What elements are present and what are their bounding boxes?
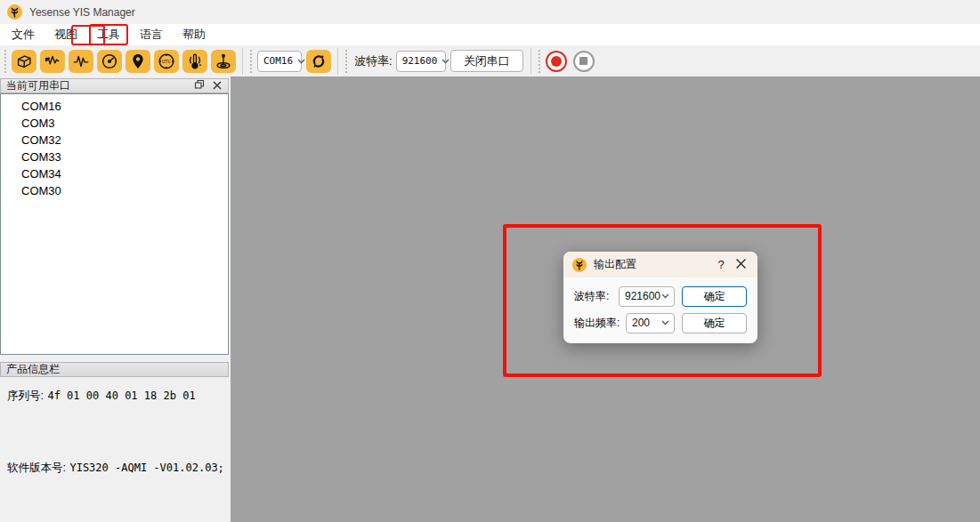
stop-button[interactable] [573,51,595,72]
attitude-button[interactable] [211,50,236,73]
software-version-line: 软件版本号: YIS320 -AQMI -V01.02.03; [7,459,224,476]
chevron-down-icon [661,293,669,299]
info-panel-body: 序列号: 4f 01 00 40 01 18 2b 01 软件版本号: YIS3… [0,378,229,522]
record-icon [551,56,562,67]
output-rate-confirm-button[interactable]: 确定 [682,313,747,333]
menu-file[interactable]: 文件 [4,24,43,45]
cube-3d-button[interactable] [12,50,36,73]
dialog-logo-icon [572,258,587,272]
chevron-down-icon [293,59,305,64]
serial-number-line: 序列号: 4f 01 00 40 01 18 2b 01 [7,387,196,404]
info-panel-header: 产品信息栏 [0,362,229,377]
port-select-value: COM16 [263,55,293,67]
location-pin-icon [129,52,147,70]
software-version-label: 软件版本号: [7,462,66,474]
ports-list: COM16 COM3 COM32 COM33 COM34 COM30 [0,93,229,355]
pulse-chart-button[interactable] [69,50,93,73]
waveform-chart-icon [43,52,62,71]
chevron-down-icon [661,320,669,325]
baud-rate-select[interactable]: 921600 [396,51,446,72]
gauge-icon [100,52,119,71]
port-list-item[interactable]: COM34 [1,165,228,182]
software-version-value: YIS320 -AQMI -V01.02.03; [69,462,223,474]
serial-number-label: 序列号: [7,389,44,402]
dialog-baud-label: 波特率: [574,289,609,304]
close-serial-port-button[interactable]: 关闭串口 [450,50,523,72]
ports-panel-header: 当前可用串口 [0,78,229,93]
close-icon [736,258,746,271]
stop-icon [579,57,587,65]
refresh-ports-button[interactable] [306,50,331,73]
toolbar-separator [337,48,338,75]
window-title: Yesense YIS Manager [29,6,135,19]
dialog-title: 输出配置 [594,257,711,272]
port-list-item[interactable]: COM33 [1,149,228,165]
utc-clock-button[interactable]: UTC [154,50,179,73]
dialog-close-button[interactable] [731,256,750,274]
dialog-title-bar: 输出配置 ? [563,252,757,277]
toolbar-separator [242,48,243,75]
menu-help[interactable]: 帮助 [174,24,214,45]
baud-rate-value: 921600 [402,55,438,67]
dialog-help-button[interactable]: ? [711,256,731,274]
thermometer-icon [185,52,205,71]
toolbar-drag-handle[interactable] [345,50,350,73]
serial-number-value: 4f 01 00 40 01 18 2b 01 [47,389,195,402]
svg-text:UTC: UTC [162,59,171,64]
ports-panel-title: 当前可用串口 [6,78,189,93]
location-button[interactable] [126,50,150,73]
pulse-chart-icon [71,52,91,71]
baud-rate-label: 波特率: [354,53,393,69]
output-config-dialog: 输出配置 ? 波特率: 921600 确定 输出频率: [563,252,757,343]
dialog-baud-value: 921600 [625,290,660,302]
dialog-output-rate-value: 200 [632,317,650,329]
attitude-icon [214,52,233,71]
record-button[interactable] [546,51,567,72]
toolbar-drag-handle[interactable] [539,50,543,73]
port-list-item[interactable]: COM16 [1,98,228,115]
menu-bar: 文件 视图 工具 语言 帮助 [0,24,980,45]
menu-tools[interactable]: 工具 [89,24,128,45]
chevron-down-icon [437,59,450,64]
dialog-output-rate-select[interactable]: 200 [626,313,675,333]
app-logo-icon [7,4,22,20]
port-list-item[interactable]: COM30 [1,182,228,199]
cube-3d-icon [14,52,34,71]
close-icon [213,79,222,92]
float-panel-button[interactable] [192,80,207,92]
toolbar-drag-handle[interactable] [4,50,9,73]
port-list-item[interactable]: COM32 [1,132,228,149]
close-panel-button[interactable] [210,80,224,92]
dialog-baud-select[interactable]: 921600 [619,286,675,307]
port-select[interactable]: COM16 [257,51,302,72]
baud-confirm-button[interactable]: 确定 [682,286,747,307]
utc-clock-icon: UTC [157,52,176,71]
menu-view[interactable]: 视图 [46,24,85,45]
toolbar: UTC COM16 波特率: 921600 [0,45,980,76]
refresh-icon [310,52,328,70]
baud-rate-row: 波特率: 921600 确定 [574,285,747,307]
toolbar-separator [530,48,531,75]
thermometer-button[interactable] [182,50,207,73]
dialog-body: 波特率: 921600 确定 输出频率: 200 确定 [563,277,757,333]
info-panel-title: 产品信息栏 [6,362,60,377]
menu-language[interactable]: 语言 [132,24,171,45]
title-bar: Yesense YIS Manager [0,0,980,24]
float-window-icon [194,79,205,92]
waveform-chart-button[interactable] [40,50,65,73]
left-dock: 当前可用串口 COM16 COM3 COM32 COM33 COM34 COM3… [0,76,231,522]
app-window: Yesense YIS Manager 文件 视图 工具 语言 帮助 [0,0,980,522]
gauge-button[interactable] [97,50,122,73]
output-rate-row: 输出频率: 200 确定 [574,312,747,333]
toolbar-drag-handle[interactable] [250,50,255,73]
port-list-item[interactable]: COM3 [1,115,228,132]
dialog-output-rate-label: 输出频率: [574,316,620,331]
